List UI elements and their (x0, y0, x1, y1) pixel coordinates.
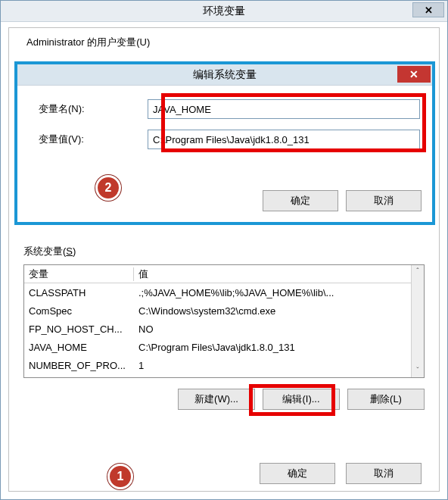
modal-body: 变量名(N): 变量值(V): 确定 取消 (17, 86, 432, 222)
modal-button-row: 确定 取消 (263, 190, 422, 211)
sysvars-button-row: 新建(W)... 编辑(I)... 删除(L) (23, 389, 425, 410)
cell-var: JAVA_HOME (24, 342, 134, 353)
cell-var: FP_NO_HOST_CH... (24, 323, 134, 335)
modal-titlebar: 编辑系统变量 ✕ (17, 64, 432, 86)
list-scrollbar[interactable]: ˆ ˇ (411, 265, 424, 377)
variable-name-label: 变量名(N): (26, 102, 148, 116)
sysvars-label-hotkey: S (66, 245, 73, 257)
modal-ok-button[interactable]: 确定 (263, 190, 338, 211)
list-item[interactable]: JAVA_HOME C:\Program Files\Java\jdk1.8.0… (24, 338, 424, 356)
list-header: 变量 值 (24, 265, 424, 283)
modal-close-button[interactable]: ✕ (397, 66, 431, 83)
system-variables-list[interactable]: 变量 值 CLASSPATH .;%JAVA_HOME%\lib;%JAVA_H… (23, 264, 425, 378)
system-variables-section: 系统变量(S) 变量 值 CLASSPATH .;%JAVA_HOME%\lib… (23, 245, 425, 410)
cell-val: C:\Program Files\Java\jdk1.8.0_131 (134, 342, 424, 353)
variable-value-row: 变量值(V): (26, 130, 423, 149)
outer-close-button[interactable]: ✕ (412, 2, 444, 17)
modal-cancel-button[interactable]: 取消 (346, 190, 422, 211)
variable-value-input[interactable] (148, 130, 420, 149)
env-vars-window: 环境变量 ✕ Administrator 的用户变量(U) 编辑系统变量 ✕ 变… (0, 0, 448, 500)
scroll-up-icon[interactable]: ˆ (412, 265, 425, 278)
modal-title: 编辑系统变量 (193, 68, 257, 82)
cell-var: NUMBER_OF_PRO... (24, 360, 134, 371)
variable-name-row: 变量名(N): (26, 99, 423, 119)
edit-system-variable-dialog: 编辑系统变量 ✕ 变量名(N): 变量值(V): 确定 取消 (14, 61, 435, 225)
outer-titlebar: 环境变量 ✕ (1, 1, 447, 22)
cell-val: .;%JAVA_HOME%\lib;%JAVA_HOME%\lib\... (134, 287, 424, 298)
header-variable[interactable]: 变量 (24, 267, 134, 281)
scroll-down-icon[interactable]: ˇ (412, 364, 425, 377)
close-icon: ✕ (409, 68, 418, 80)
cell-val: 1 (134, 360, 424, 371)
cell-var: ComSpec (24, 305, 134, 317)
ok-button[interactable]: 确定 (260, 463, 335, 484)
list-item[interactable]: ComSpec C:\Windows\system32\cmd.exe (24, 302, 424, 320)
list-item[interactable]: CLASSPATH .;%JAVA_HOME%\lib;%JAVA_HOME%\… (24, 283, 424, 302)
variable-name-input[interactable] (148, 99, 420, 119)
sysvars-label-suffix: ) (73, 245, 76, 257)
list-item[interactable]: NUMBER_OF_PRO... 1 (24, 356, 424, 374)
edit-button[interactable]: 编辑(I)... (263, 389, 340, 410)
cell-val: NO (134, 323, 424, 335)
sysvars-label-prefix: 系统变量( (23, 245, 66, 257)
bottom-button-row: 确定 取消 (260, 463, 422, 484)
annotation-callout-1: 1 (107, 464, 133, 489)
new-button[interactable]: 新建(W)... (178, 389, 255, 410)
annotation-callout-2: 2 (95, 175, 121, 201)
user-vars-heading: Administrator 的用户变量(U) (26, 36, 150, 49)
cell-val: C:\Windows\system32\cmd.exe (134, 305, 424, 317)
cell-var: CLASSPATH (24, 287, 134, 298)
header-value[interactable]: 值 (134, 267, 424, 281)
variable-value-label: 变量值(V): (26, 133, 148, 146)
outer-title: 环境变量 (203, 5, 245, 18)
list-item[interactable]: FP_NO_HOST_CH... NO (24, 320, 424, 338)
delete-button[interactable]: 删除(L) (347, 389, 425, 410)
cancel-button[interactable]: 取消 (346, 463, 422, 484)
system-variables-label: 系统变量(S) (23, 245, 425, 258)
list-body: CLASSPATH .;%JAVA_HOME%\lib;%JAVA_HOME%\… (24, 283, 424, 377)
close-icon: ✕ (425, 5, 433, 16)
